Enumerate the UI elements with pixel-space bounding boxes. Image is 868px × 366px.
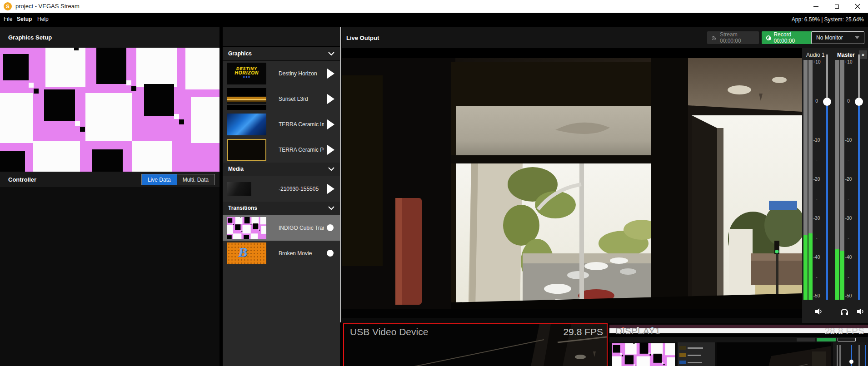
transition-item-indigo-cubic[interactable]: INDIGO Cubic Transition — [223, 215, 340, 241]
source-fps: 28.8 FPS — [824, 326, 864, 336]
transition-radio-icon[interactable] — [327, 224, 334, 231]
terra-image-thumbnail — [227, 114, 266, 135]
section-label: Media — [228, 166, 244, 172]
source-tile-display1[interactable]: DISPLAY1 28.8 FPS — [609, 323, 868, 366]
terra-pip-thumbnail — [227, 139, 266, 161]
graphics-item-terra-image[interactable]: TERRA Ceramic Image — [223, 112, 340, 137]
menu-help[interactable]: Help — [37, 16, 49, 22]
graphics-item-sunset-l3rd[interactable]: Sunset L3rd — [223, 86, 340, 112]
master-mute-icon[interactable] — [856, 307, 865, 316]
stream-timer: Stream 00:00:00 — [720, 31, 754, 44]
play-icon[interactable] — [327, 145, 334, 155]
dropdown-caret-icon — [855, 36, 859, 39]
graphics-item-terra-pip[interactable]: TERRA Ceramic PiP — [223, 137, 340, 163]
mini-video — [717, 342, 831, 366]
monitor-dropdown[interactable]: No Monitor — [811, 31, 864, 44]
chevron-down-icon — [328, 206, 334, 210]
play-icon[interactable] — [327, 119, 334, 129]
scale-tick: - — [811, 118, 823, 123]
sunset-l3rd-thumbnail — [227, 88, 266, 110]
source-tile-usb-video[interactable]: USB Video Device 29.8 FPS — [343, 323, 608, 366]
controller-tab-group: Live Data Multi. Data — [141, 174, 215, 185]
live-video-frame — [342, 48, 802, 318]
close-icon — [855, 4, 860, 9]
title-bar: S project - VEGAS Stream — [0, 0, 868, 13]
menu-setup[interactable]: Setup — [17, 16, 32, 22]
section-header-media[interactable]: Media — [223, 163, 340, 176]
mini-monitor-dropdown — [838, 338, 856, 341]
audio1-fader-knob[interactable] — [823, 98, 831, 106]
mini-checker — [612, 343, 675, 366]
scale-tick: -30 — [843, 216, 854, 221]
source-name: USB Video Device — [350, 326, 428, 337]
scale-tick: - — [811, 235, 823, 240]
scale-tick: - — [811, 157, 823, 162]
record-timer: Record 00:00:00 — [773, 31, 811, 44]
scale-tick: -40 — [811, 255, 823, 260]
close-button[interactable] — [847, 0, 868, 13]
headphones-icon[interactable] — [840, 307, 849, 316]
chevron-down-icon — [328, 52, 334, 56]
expand-mixer-button[interactable]: » — [859, 50, 867, 59]
thumb-art-text: HORIZON — [227, 71, 266, 75]
scale-tick: -50 — [811, 293, 823, 298]
media-item-210930[interactable]: -210930-155505 — [223, 176, 340, 202]
maximize-button[interactable] — [826, 0, 847, 13]
live-output-header: Live Output Stream 00:00:00 Record 00:00… — [342, 27, 868, 48]
audio1-mute-icon[interactable] — [814, 307, 823, 316]
scale-tick: - — [843, 79, 854, 84]
graphics-setup-title: Graphics Setup — [8, 34, 52, 41]
scale-tick: 0 — [811, 99, 823, 104]
broken-movie-thumbnail: B — [227, 242, 266, 264]
fader-track — [826, 102, 828, 300]
source-fps: 29.8 FPS — [563, 326, 603, 337]
destiny-horizon-thumbnail: DESTINY HORIZON ◆◆◆ — [227, 63, 266, 84]
minimize-icon — [813, 6, 818, 7]
scale-tick: -40 — [843, 255, 854, 260]
stream-button[interactable]: Stream 00:00:00 — [707, 31, 759, 44]
fader-track — [858, 102, 860, 300]
section-label: Graphics — [228, 50, 252, 57]
scale-tick: -10 — [843, 138, 854, 143]
channel-audio1-label: Audio 1 — [806, 52, 825, 58]
scale-tick: - — [843, 235, 854, 240]
item-label: Sunset L3rd — [279, 96, 324, 102]
play-icon[interactable] — [327, 184, 334, 194]
tab-multi-data[interactable]: Multi. Data — [177, 174, 215, 185]
item-label: TERRA Ceramic PiP — [279, 147, 324, 153]
minimize-button[interactable] — [805, 0, 826, 13]
section-header-transitions[interactable]: Transitions — [223, 202, 340, 215]
panel-divider[interactable] — [340, 27, 341, 322]
play-icon[interactable] — [327, 69, 334, 79]
meter-master-left — [835, 60, 839, 300]
tab-live-data[interactable]: Live Data — [142, 174, 177, 185]
transition-item-broken-movie[interactable]: B Broken Movie — [223, 241, 340, 266]
vegas-stream-window: S project - VEGAS Stream File Setup Help… — [0, 0, 868, 366]
resource-usage-stats: App: 6.59% | System: 25.64% — [792, 16, 864, 23]
thumb-art-text: B — [238, 244, 247, 260]
chevron-down-icon — [328, 167, 334, 171]
record-icon — [766, 35, 771, 40]
scale-tick: - — [843, 196, 854, 201]
menu-bar: File Setup Help App: 6.59% | System: 25.… — [0, 13, 868, 27]
section-header-graphics[interactable]: Graphics — [223, 47, 340, 61]
controller-bar: Controller Live Data Multi. Data — [0, 172, 219, 187]
graphics-preview[interactable] — [0, 48, 219, 172]
library-panel-top — [223, 27, 340, 47]
transition-radio-icon[interactable] — [327, 250, 334, 257]
live-output-title: Live Output — [346, 34, 379, 41]
scale-tick: -50 — [843, 293, 854, 298]
master-fader-knob[interactable] — [855, 98, 863, 106]
video-bottom-gap — [342, 318, 868, 323]
play-icon[interactable] — [327, 94, 334, 104]
thumb-art-text: ◆◆◆ — [227, 75, 266, 79]
checker-pattern-preview — [0, 48, 219, 172]
graphics-item-destiny-horizon[interactable]: DESTINY HORIZON ◆◆◆ Destiny Horizon — [223, 61, 340, 86]
menu-file[interactable]: File — [4, 16, 12, 22]
maximize-icon — [835, 5, 839, 9]
controller-content-area — [0, 187, 219, 366]
record-button[interactable]: Record 00:00:00 — [762, 31, 815, 44]
scale-tick: -20 — [843, 177, 854, 182]
scale-tick: - — [843, 157, 854, 162]
mini-record-button — [817, 338, 836, 341]
